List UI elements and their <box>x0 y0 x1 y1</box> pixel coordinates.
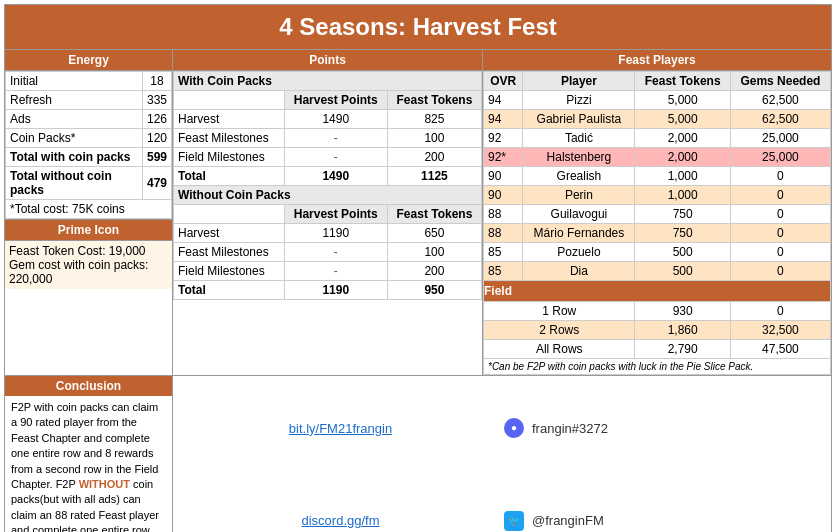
twitter-link[interactable]: 🐦 @franginFM <box>504 477 823 532</box>
feast-tokens-col2: Feast Tokens <box>387 205 481 224</box>
gems-val: 0 <box>730 205 830 224</box>
ovr-val: 85 <box>484 262 523 281</box>
empty-cell <box>174 205 285 224</box>
table-row: 85 Dia 500 0 <box>484 262 831 281</box>
without-highlight: WITHOUT <box>79 478 130 490</box>
harvest-points-val: 1190 <box>284 224 387 243</box>
token-val: 1,000 <box>635 186 730 205</box>
token-val: 5,000 <box>635 91 730 110</box>
table-row: Initial 18 <box>6 72 172 91</box>
row-label: Total <box>174 167 285 186</box>
ovr-val: 90 <box>484 186 523 205</box>
player-name: Dia <box>523 262 635 281</box>
table-row: 90 Grealish 1,000 0 <box>484 167 831 186</box>
player-name: Guilavogui <box>523 205 635 224</box>
energy-label: Ads <box>6 110 143 129</box>
harvest-points-col: Harvest Points <box>284 91 387 110</box>
field-label: All Rows <box>484 340 635 359</box>
table-row: Harvest 1190 650 <box>174 224 482 243</box>
player-name: Tadić <box>523 129 635 148</box>
twitter-username: @franginFM <box>532 513 604 528</box>
gems-val: 0 <box>730 224 830 243</box>
field-row-1: 1 Row 930 0 <box>484 302 831 321</box>
feast-tokens-val: 825 <box>387 110 481 129</box>
feast-players-col-header: OVR Player Feast Tokens Gems Needed <box>484 72 831 91</box>
energy-value: 126 <box>142 110 171 129</box>
table-row: 88 Guilavogui 750 0 <box>484 205 831 224</box>
gems-val: 62,500 <box>730 91 830 110</box>
page-title: 4 Seasons: Harvest Fest <box>4 4 832 50</box>
empty-cell <box>174 91 285 110</box>
table-row: Ads 126 <box>6 110 172 129</box>
ovr-val: 85 <box>484 243 523 262</box>
energy-label: Total with coin packs <box>6 148 143 167</box>
field-label: 2 Rows <box>484 321 635 340</box>
table-row: 92* Halstenberg 2,000 25,000 <box>484 148 831 167</box>
total-row: Total 1490 1125 <box>174 167 482 186</box>
player-name: Halstenberg <box>523 148 635 167</box>
discord-icon: ● <box>504 418 524 438</box>
link2[interactable]: discord.gg/fm <box>181 477 500 532</box>
field-label: 1 Row <box>484 302 635 321</box>
energy-label: Coin Packs* <box>6 129 143 148</box>
ovr-col-header: OVR <box>484 72 523 91</box>
total-coin-packs-row: Total with coin packs 599 <box>6 148 172 167</box>
prime-icon-header: Prime Icon <box>5 219 172 241</box>
row-label: Feast Milestones <box>174 243 285 262</box>
feast-tokens-val: 650 <box>387 224 481 243</box>
feast-tokens-val: 100 <box>387 243 481 262</box>
coin-note: *Total cost: 75K coins <box>6 200 172 219</box>
field-gems: 0 <box>730 302 830 321</box>
energy-value: 479 <box>142 167 171 200</box>
harvest-points-val: - <box>284 148 387 167</box>
energy-label: Initial <box>6 72 143 91</box>
feast-tokens-col: Feast Tokens <box>387 91 481 110</box>
without-coin-packs-col-header: Harvest Points Feast Tokens <box>174 205 482 224</box>
feast-token-cost: Feast Token Cost: 19,000 <box>9 244 168 258</box>
token-val: 1,000 <box>635 167 730 186</box>
energy-header: Energy <box>5 50 172 71</box>
harvest-points-col2: Harvest Points <box>284 205 387 224</box>
player-name: Pozuelo <box>523 243 635 262</box>
field-tokens: 930 <box>635 302 730 321</box>
total-no-coin-packs-row: Total without coin packs 479 <box>6 167 172 200</box>
field-note: *Can be F2P with coin packs with luck in… <box>484 359 831 375</box>
field-row-2: 2 Rows 1,860 32,500 <box>484 321 831 340</box>
harvest-points-total2: 1190 <box>284 281 387 300</box>
field-header: Field <box>484 281 831 302</box>
field-tokens: 1,860 <box>635 321 730 340</box>
conclusion-header: Conclusion <box>5 376 172 396</box>
link1[interactable]: bit.ly/FM21frangin <box>181 384 500 473</box>
row-label: Harvest <box>174 110 285 129</box>
energy-value: 335 <box>142 91 171 110</box>
token-val: 5,000 <box>635 110 730 129</box>
player-name: Perin <box>523 186 635 205</box>
feast-players-header: Feast Players <box>483 50 831 71</box>
ovr-val: 94 <box>484 91 523 110</box>
table-row: 94 Pizzi 5,000 62,500 <box>484 91 831 110</box>
gems-val: 25,000 <box>730 129 830 148</box>
discord-link[interactable]: ● frangin#3272 <box>504 384 823 473</box>
tokens-col-header: Feast Tokens <box>635 72 730 91</box>
table-row: Field Milestones - 200 <box>174 262 482 281</box>
table-row: 94 Gabriel Paulista 5,000 62,500 <box>484 110 831 129</box>
row-label: Field Milestones <box>174 262 285 281</box>
energy-label: Total without coin packs <box>6 167 143 200</box>
field-header-row: Field <box>484 281 831 302</box>
table-row: Field Milestones - 200 <box>174 148 482 167</box>
token-val: 750 <box>635 205 730 224</box>
field-gems: 47,500 <box>730 340 830 359</box>
token-val: 500 <box>635 262 730 281</box>
energy-label: Refresh <box>6 91 143 110</box>
ovr-val: 90 <box>484 167 523 186</box>
table-row: Feast Milestones - 100 <box>174 129 482 148</box>
conclusion-body: F2P with coin packs can claim a 90 rated… <box>5 396 172 532</box>
table-row: Coin Packs* 120 <box>6 129 172 148</box>
gems-val: 62,500 <box>730 110 830 129</box>
gems-val: 0 <box>730 262 830 281</box>
ovr-val: 92* <box>484 148 523 167</box>
total-row-2: Total 1190 950 <box>174 281 482 300</box>
player-name: Mário Fernandes <box>523 224 635 243</box>
energy-value: 120 <box>142 129 171 148</box>
row-label: Harvest <box>174 224 285 243</box>
